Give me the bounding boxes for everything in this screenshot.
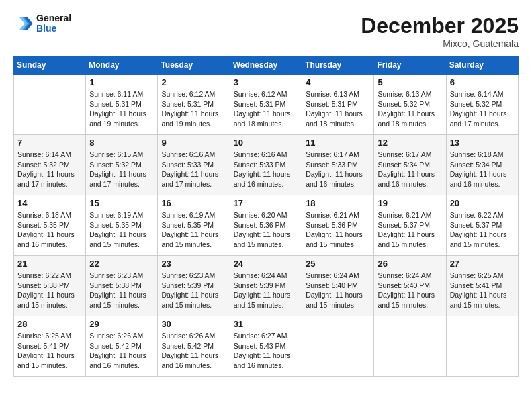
day-number: 13 <box>450 138 515 148</box>
calendar-cell: 17Sunrise: 6:20 AM Sunset: 5:36 PM Dayli… <box>230 195 302 256</box>
day-number: 23 <box>161 259 226 269</box>
calendar-cell: 7Sunrise: 6:14 AM Sunset: 5:32 PM Daylig… <box>14 135 86 195</box>
logo-general: General <box>36 13 71 24</box>
column-header-monday: Monday <box>86 56 158 75</box>
day-number: 28 <box>17 319 82 329</box>
calendar-cell: 22Sunrise: 6:23 AM Sunset: 5:38 PM Dayli… <box>86 256 158 316</box>
calendar-week-2: 7Sunrise: 6:14 AM Sunset: 5:32 PM Daylig… <box>14 135 519 195</box>
day-info: Sunrise: 6:22 AM Sunset: 5:38 PM Dayligh… <box>17 271 82 310</box>
day-info: Sunrise: 6:18 AM Sunset: 5:35 PM Dayligh… <box>17 210 82 250</box>
calendar-cell: 3Sunrise: 6:12 AM Sunset: 5:31 PM Daylig… <box>230 75 302 135</box>
day-info: Sunrise: 6:14 AM Sunset: 5:32 PM Dayligh… <box>17 150 82 189</box>
calendar-cell: 19Sunrise: 6:21 AM Sunset: 5:37 PM Dayli… <box>374 195 446 256</box>
calendar-cell: 24Sunrise: 6:24 AM Sunset: 5:39 PM Dayli… <box>230 256 302 316</box>
day-info: Sunrise: 6:27 AM Sunset: 5:43 PM Dayligh… <box>234 331 299 371</box>
day-number: 16 <box>161 198 226 208</box>
calendar-cell: 16Sunrise: 6:19 AM Sunset: 5:35 PM Dayli… <box>158 195 230 256</box>
day-info: Sunrise: 6:21 AM Sunset: 5:37 PM Dayligh… <box>378 210 442 250</box>
day-info: Sunrise: 6:16 AM Sunset: 5:33 PM Dayligh… <box>234 150 299 189</box>
day-number: 19 <box>378 198 442 208</box>
day-number: 1 <box>89 77 154 87</box>
calendar-cell: 1Sunrise: 6:11 AM Sunset: 5:31 PM Daylig… <box>86 75 158 135</box>
day-info: Sunrise: 6:23 AM Sunset: 5:38 PM Dayligh… <box>89 271 154 310</box>
calendar-cell: 8Sunrise: 6:15 AM Sunset: 5:32 PM Daylig… <box>86 135 158 195</box>
calendar-cell: 5Sunrise: 6:13 AM Sunset: 5:32 PM Daylig… <box>374 75 446 135</box>
day-number: 5 <box>378 77 442 87</box>
month-title: December 2025 <box>361 13 519 38</box>
calendar-cell <box>14 75 86 135</box>
calendar-cell <box>446 316 518 377</box>
day-number: 10 <box>234 138 299 148</box>
day-number: 8 <box>89 138 154 148</box>
day-info: Sunrise: 6:23 AM Sunset: 5:39 PM Dayligh… <box>161 271 226 310</box>
day-info: Sunrise: 6:17 AM Sunset: 5:33 PM Dayligh… <box>306 150 370 189</box>
day-info: Sunrise: 6:12 AM Sunset: 5:31 PM Dayligh… <box>234 89 299 129</box>
day-info: Sunrise: 6:24 AM Sunset: 5:39 PM Dayligh… <box>234 271 299 310</box>
day-number: 22 <box>89 259 154 269</box>
logo-icon <box>13 13 34 34</box>
calendar-cell: 30Sunrise: 6:26 AM Sunset: 5:42 PM Dayli… <box>158 316 230 377</box>
calendar-cell: 31Sunrise: 6:27 AM Sunset: 5:43 PM Dayli… <box>230 316 302 377</box>
day-info: Sunrise: 6:19 AM Sunset: 5:35 PM Dayligh… <box>89 210 154 250</box>
day-info: Sunrise: 6:25 AM Sunset: 5:41 PM Dayligh… <box>450 271 515 310</box>
calendar-cell: 25Sunrise: 6:24 AM Sunset: 5:40 PM Dayli… <box>302 256 374 316</box>
day-info: Sunrise: 6:21 AM Sunset: 5:36 PM Dayligh… <box>306 210 370 250</box>
day-info: Sunrise: 6:17 AM Sunset: 5:34 PM Dayligh… <box>378 150 442 189</box>
calendar-body: 1Sunrise: 6:11 AM Sunset: 5:31 PM Daylig… <box>14 75 519 377</box>
calendar-cell: 29Sunrise: 6:26 AM Sunset: 5:42 PM Dayli… <box>86 316 158 377</box>
day-number: 29 <box>89 319 154 329</box>
calendar-cell: 6Sunrise: 6:14 AM Sunset: 5:32 PM Daylig… <box>446 75 518 135</box>
calendar-cell: 27Sunrise: 6:25 AM Sunset: 5:41 PM Dayli… <box>446 256 518 316</box>
day-number: 31 <box>234 319 299 329</box>
day-number: 15 <box>89 198 154 208</box>
calendar-cell <box>374 316 446 377</box>
calendar-cell: 10Sunrise: 6:16 AM Sunset: 5:33 PM Dayli… <box>230 135 302 195</box>
calendar-cell: 21Sunrise: 6:22 AM Sunset: 5:38 PM Dayli… <box>14 256 86 316</box>
page-header: General Blue December 2025 Mixco, Guatem… <box>13 13 519 49</box>
column-header-thursday: Thursday <box>302 56 374 75</box>
day-number: 24 <box>234 259 299 269</box>
day-number: 26 <box>378 259 442 269</box>
logo-text: General Blue <box>36 13 71 34</box>
day-number: 25 <box>306 259 370 269</box>
calendar-cell: 18Sunrise: 6:21 AM Sunset: 5:36 PM Dayli… <box>302 195 374 256</box>
calendar-cell: 15Sunrise: 6:19 AM Sunset: 5:35 PM Dayli… <box>86 195 158 256</box>
day-number: 18 <box>306 198 370 208</box>
day-number: 6 <box>450 77 515 87</box>
calendar-cell: 20Sunrise: 6:22 AM Sunset: 5:37 PM Dayli… <box>446 195 518 256</box>
day-number: 2 <box>161 77 226 87</box>
day-number: 14 <box>17 198 82 208</box>
day-info: Sunrise: 6:25 AM Sunset: 5:41 PM Dayligh… <box>17 331 82 371</box>
calendar-cell: 28Sunrise: 6:25 AM Sunset: 5:41 PM Dayli… <box>14 316 86 377</box>
header-row: SundayMondayTuesdayWednesdayThursdayFrid… <box>14 56 519 75</box>
day-info: Sunrise: 6:12 AM Sunset: 5:31 PM Dayligh… <box>161 89 226 129</box>
day-info: Sunrise: 6:20 AM Sunset: 5:36 PM Dayligh… <box>234 210 299 250</box>
calendar-table: SundayMondayTuesdayWednesdayThursdayFrid… <box>13 56 519 377</box>
day-info: Sunrise: 6:22 AM Sunset: 5:37 PM Dayligh… <box>450 210 515 250</box>
location: Mixco, Guatemala <box>361 38 519 49</box>
day-info: Sunrise: 6:13 AM Sunset: 5:31 PM Dayligh… <box>306 89 370 129</box>
calendar-cell: 23Sunrise: 6:23 AM Sunset: 5:39 PM Dayli… <box>158 256 230 316</box>
calendar-week-4: 21Sunrise: 6:22 AM Sunset: 5:38 PM Dayli… <box>14 256 519 316</box>
calendar-cell: 12Sunrise: 6:17 AM Sunset: 5:34 PM Dayli… <box>374 135 446 195</box>
day-info: Sunrise: 6:14 AM Sunset: 5:32 PM Dayligh… <box>450 89 515 129</box>
calendar-cell: 26Sunrise: 6:24 AM Sunset: 5:40 PM Dayli… <box>374 256 446 316</box>
calendar-week-1: 1Sunrise: 6:11 AM Sunset: 5:31 PM Daylig… <box>14 75 519 135</box>
column-header-tuesday: Tuesday <box>158 56 230 75</box>
calendar-cell: 9Sunrise: 6:16 AM Sunset: 5:33 PM Daylig… <box>158 135 230 195</box>
calendar-cell: 14Sunrise: 6:18 AM Sunset: 5:35 PM Dayli… <box>14 195 86 256</box>
logo-blue: Blue <box>36 24 71 34</box>
day-number: 4 <box>306 77 370 87</box>
day-number: 27 <box>450 259 515 269</box>
day-number: 3 <box>234 77 299 87</box>
column-header-wednesday: Wednesday <box>230 56 302 75</box>
day-info: Sunrise: 6:24 AM Sunset: 5:40 PM Dayligh… <box>378 271 442 310</box>
day-number: 21 <box>17 259 82 269</box>
day-number: 9 <box>161 138 226 148</box>
title-block: December 2025 Mixco, Guatemala <box>361 13 519 49</box>
calendar-week-5: 28Sunrise: 6:25 AM Sunset: 5:41 PM Dayli… <box>14 316 519 377</box>
day-info: Sunrise: 6:15 AM Sunset: 5:32 PM Dayligh… <box>89 150 154 189</box>
calendar-cell <box>302 316 374 377</box>
day-info: Sunrise: 6:18 AM Sunset: 5:34 PM Dayligh… <box>450 150 515 189</box>
day-info: Sunrise: 6:13 AM Sunset: 5:32 PM Dayligh… <box>378 89 442 129</box>
